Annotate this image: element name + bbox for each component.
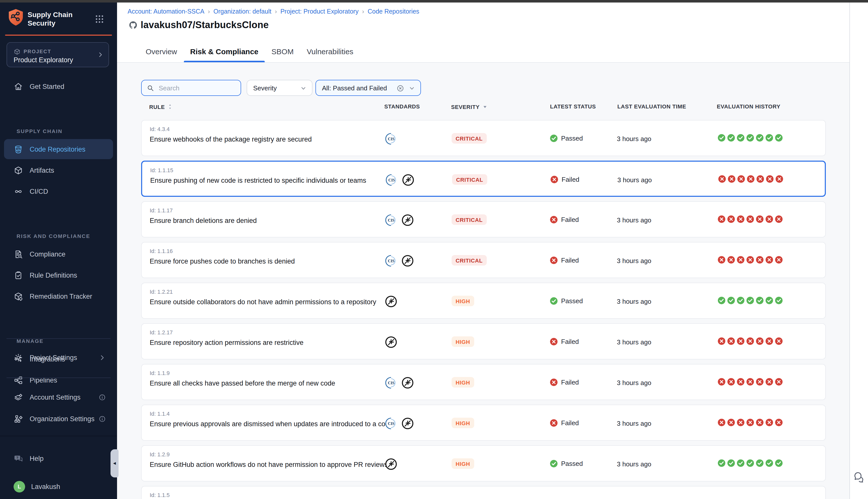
evaluation-fail-icon [765, 378, 774, 386]
sidebar-item-label: Rule Definitions [29, 271, 77, 279]
evaluation-pass-icon [717, 296, 726, 305]
sidebar-item-help[interactable]: ? Help [4, 448, 113, 468]
rule-name: Ensure pushing of new code is restricted… [150, 177, 366, 184]
breadcrumb-link[interactable]: Code Repositories [368, 8, 420, 15]
rule-name: Ensure branch deletions are denied [150, 217, 257, 224]
rule-id: Id: 1.1.5 [150, 492, 170, 498]
sidebar-item-ci-cd[interactable]: CI/CD [4, 181, 113, 201]
rule-name: Ensure force pushes code to branches is … [150, 257, 295, 265]
severity-filter-dropdown[interactable]: Severity [246, 80, 312, 96]
info-icon[interactable] [98, 393, 106, 401]
table-row[interactable]: Id: 1.1.9Ensure all checks have passed b… [141, 364, 826, 400]
evaluation-fail-icon [775, 175, 784, 183]
app-grid-icon[interactable] [94, 14, 105, 24]
search-input[interactable] [158, 84, 230, 92]
evaluation-history [718, 175, 785, 183]
sidebar-item-code-repositories[interactable]: Code Repositories [4, 139, 113, 159]
column-header-rule[interactable]: RULE [149, 104, 173, 110]
sidebar-collapse-handle[interactable]: ◀ [110, 449, 119, 477]
table-row[interactable]: Id: 1.2.17Ensure repository action permi… [141, 323, 826, 360]
sidebar-item-get-started[interactable]: Get Started [4, 76, 113, 96]
cis-standard-icon: CIS [385, 214, 397, 226]
table-row[interactable]: Id: 1.2.9Ensure GitHub action workflows … [141, 445, 826, 482]
evaluation-fail-icon [765, 215, 774, 223]
sidebar-item-project-settings[interactable]: Project Settings [4, 348, 113, 367]
table-row[interactable]: Id: 4.3.4Ensure webhooks of the package … [141, 120, 826, 156]
sort-desc-icon[interactable] [482, 104, 488, 110]
brand-underline [5, 35, 112, 36]
clear-filter-icon[interactable] [396, 84, 405, 93]
status-cell: Passed [550, 459, 583, 468]
evaluation-fail-icon [727, 337, 735, 345]
evaluation-time: 3 hours ago [617, 216, 651, 224]
sidebar-item-label: Compliance [29, 250, 65, 258]
column-header-last-evaluation-time[interactable]: LAST EVALUATION TIME [617, 104, 686, 109]
tab-vulnerabilities[interactable]: Vulnerabilities [300, 40, 360, 62]
help-chat-icon: ? [14, 453, 23, 463]
chevron-down-icon [300, 85, 306, 92]
status-cell: Failed [550, 419, 579, 427]
infinity-icon [14, 186, 23, 196]
x-circle-icon [550, 175, 558, 184]
x-circle-icon [550, 378, 558, 387]
evaluation-history [717, 418, 784, 427]
svg-text:CIS: CIS [388, 178, 395, 182]
evaluation-pass-icon [756, 459, 764, 467]
owasp-standard-icon [385, 336, 397, 348]
rule-name: Ensure GitHub action workflows do not ha… [150, 461, 395, 468]
status-filter-dropdown[interactable]: All: Passed and Failed [315, 80, 421, 96]
sidebar-item-rule-definitions[interactable]: Rule Definitions [4, 265, 113, 285]
user-name: Lavakush [31, 483, 60, 490]
owasp-standard-icon [385, 295, 397, 307]
project-selector[interactable]: PROJECT Product Exploratory [7, 42, 109, 67]
sidebar-item-compliance[interactable]: Compliance [4, 244, 113, 264]
breadcrumb-link[interactable]: Organization: default [214, 8, 272, 15]
sidebar-item-account-settings[interactable]: Account Settings [4, 387, 113, 407]
cis-standard-icon: CIS [385, 173, 398, 186]
info-icon[interactable] [98, 415, 106, 423]
column-header-evaluation-history[interactable]: EVALUATION HISTORY [717, 104, 780, 109]
table-row[interactable]: Id: 1.1.5CISHIGHFailed3 hours ago [141, 486, 826, 499]
status-filter-label: All: Passed and Failed [322, 84, 387, 92]
column-header-latest-status[interactable]: LATEST STATUS [550, 104, 596, 109]
repo-bucket-icon [14, 144, 23, 154]
sidebar-item-user[interactable]: L Lavakush [4, 476, 113, 497]
breadcrumb-separator: › [275, 8, 277, 15]
severity-badge: HIGH [451, 336, 474, 347]
column-header-standards[interactable]: STANDARDS [384, 104, 420, 109]
table-body: Id: 4.3.4Ensure webhooks of the package … [141, 120, 826, 499]
breadcrumb-link[interactable]: Account: Automation-SSCA [128, 8, 204, 15]
sort-icon[interactable] [167, 104, 173, 110]
sidebar-item-remediation-tracker[interactable]: Remediation Tracker [4, 286, 113, 306]
sidebar-item-organization-settings[interactable]: Organization Settings [4, 409, 113, 429]
evaluation-fail-icon [736, 418, 745, 427]
breadcrumb-link[interactable]: Project: Product Exploratory [280, 8, 358, 15]
sidebar-item-artifacts[interactable]: Artifacts [4, 160, 113, 180]
browser-top-strip [0, 0, 868, 2]
evaluation-fail-icon [756, 256, 764, 264]
standards-cell: CIS [385, 214, 418, 227]
evaluation-fail-icon [736, 256, 745, 264]
rule-id: Id: 1.2.21 [150, 289, 173, 295]
tab-sbom[interactable]: SBOM [265, 40, 300, 62]
tab-risk-compliance[interactable]: Risk & Compliance [184, 40, 265, 62]
evaluation-fail-icon [736, 337, 745, 345]
status-text: Failed [561, 378, 579, 386]
table-row[interactable]: Id: 1.1.17Ensure branch deletions are de… [141, 201, 826, 238]
column-header-severity[interactable]: SEVERITY [451, 104, 488, 110]
table-row[interactable]: Id: 1.1.4Ensure previous approvals are d… [141, 405, 826, 441]
status-text: Failed [561, 257, 579, 264]
table-row[interactable]: Id: 1.1.15Ensure pushing of new code is … [141, 161, 826, 197]
table-row[interactable]: Id: 1.1.16Ensure force pushes code to br… [141, 242, 826, 278]
sidebar-item-label: Artifacts [29, 167, 54, 174]
evaluation-history [717, 215, 784, 223]
evaluation-time: 3 hours ago [617, 379, 651, 387]
table-row[interactable]: Id: 1.2.21Ensure outside collaborators d… [141, 283, 826, 319]
app-logo-shield-icon [8, 9, 24, 28]
standards-cell: CIS [385, 132, 401, 145]
chat-support-icon[interactable] [853, 471, 865, 483]
sidebar: Supply Chain Security PROJECT Product Ex… [0, 0, 117, 499]
owasp-standard-icon [401, 214, 414, 226]
search-box[interactable] [141, 80, 241, 96]
tab-overview[interactable]: Overview [139, 40, 184, 62]
